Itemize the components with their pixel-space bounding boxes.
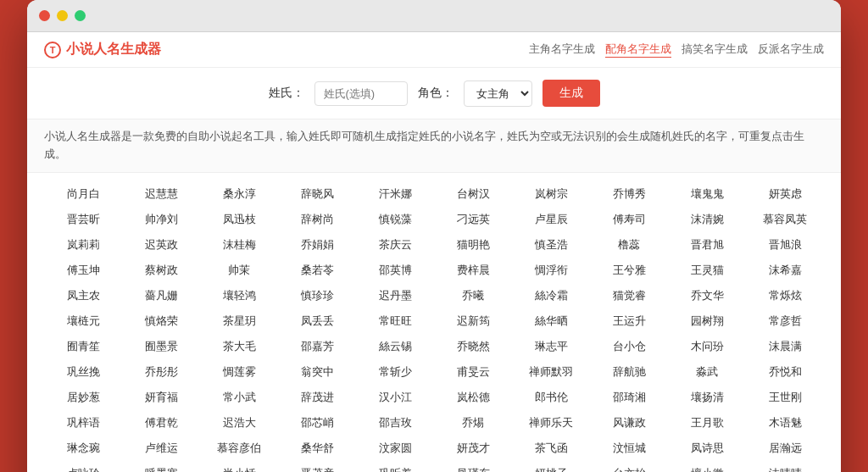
name-cell[interactable]: 迟新筠 [434, 308, 512, 334]
name-cell[interactable]: 慎烙荣 [122, 308, 200, 334]
name-cell[interactable]: 辞茂进 [278, 385, 356, 410]
name-cell[interactable]: 乔悦和 [746, 359, 824, 385]
name-cell[interactable]: 慕容彦伯 [200, 436, 278, 461]
name-cell[interactable]: 沫晨满 [746, 334, 824, 359]
name-cell[interactable]: 乔彤彤 [122, 359, 200, 385]
name-cell[interactable]: 邵英博 [356, 258, 434, 283]
name-cell[interactable]: 辞晓风 [278, 181, 356, 207]
name-cell[interactable]: 壤小微 [668, 461, 746, 472]
name-cell[interactable]: 囿青笙 [44, 334, 122, 359]
name-cell[interactable]: 王灵猫 [668, 258, 746, 283]
name-cell[interactable]: 木语魅 [746, 410, 824, 436]
name-cell[interactable]: 帅茉 [200, 258, 278, 283]
name-cell[interactable]: 惆浮衔 [512, 258, 590, 283]
name-cell[interactable]: 傅玉坤 [44, 258, 122, 283]
name-cell[interactable]: 岚莉莉 [44, 232, 122, 258]
name-cell[interactable]: 慎圣浩 [512, 232, 590, 258]
name-cell[interactable]: 琳志平 [512, 334, 590, 359]
name-cell[interactable]: 壤扬清 [668, 385, 746, 410]
name-cell[interactable]: 禅师默羽 [512, 359, 590, 385]
name-cell[interactable]: 帅净刘 [122, 207, 200, 232]
name-cell[interactable]: 台小仓 [590, 334, 668, 359]
nav-side-role[interactable]: 配角名字生成 [605, 42, 671, 58]
nav-villain-role[interactable]: 反派名字生成 [758, 42, 824, 58]
name-cell[interactable]: 橹蕊 [590, 232, 668, 258]
name-cell[interactable]: 乔文华 [668, 283, 746, 308]
name-cell[interactable]: 岚松德 [434, 385, 512, 410]
name-cell[interactable]: 费梓晨 [434, 258, 512, 283]
name-cell[interactable]: 絲华晒 [512, 308, 590, 334]
name-cell[interactable]: 迟浩大 [200, 410, 278, 436]
name-cell[interactable]: 辞树尚 [278, 207, 356, 232]
name-cell[interactable]: 呼墨寒 [122, 461, 200, 472]
name-cell[interactable]: 常斩少 [356, 359, 434, 385]
name-cell[interactable]: 岚树宗 [512, 181, 590, 207]
name-cell[interactable]: 尚月白 [44, 181, 122, 207]
name-cell[interactable]: 凤诗思 [668, 436, 746, 461]
name-cell[interactable]: 晋旭浪 [746, 232, 824, 258]
name-cell[interactable]: 邵芯峭 [278, 410, 356, 436]
name-cell[interactable]: 卢星辰 [512, 207, 590, 232]
name-cell[interactable]: 乔晓然 [434, 334, 512, 359]
name-cell[interactable]: 乔曦 [434, 283, 512, 308]
role-select[interactable]: 女主角 男主角 男配角 女配角 [464, 81, 532, 107]
name-cell[interactable]: 茶飞函 [512, 436, 590, 461]
nav-funny-role[interactable]: 搞笑名字生成 [682, 42, 748, 58]
generate-button[interactable]: 生成 [542, 80, 600, 107]
name-cell[interactable]: 常旺旺 [356, 308, 434, 334]
name-cell[interactable]: 沫桂梅 [200, 232, 278, 258]
name-cell[interactable]: 迟慧慧 [122, 181, 200, 207]
name-cell[interactable]: 沫希嘉 [746, 258, 824, 283]
name-cell[interactable]: 风谦政 [590, 410, 668, 436]
name-cell[interactable]: 王运升 [590, 308, 668, 334]
name-cell[interactable]: 桑华舒 [278, 436, 356, 461]
nav-main-role[interactable]: 主角名字生成 [529, 42, 595, 58]
name-cell[interactable]: 桑永淳 [200, 181, 278, 207]
name-cell[interactable]: 猫觉睿 [590, 283, 668, 308]
name-cell[interactable]: 茶大毛 [200, 334, 278, 359]
name-cell[interactable]: 翁突中 [278, 359, 356, 385]
name-cell[interactable]: 巩梓语 [44, 410, 122, 436]
name-cell[interactable]: 甫旻云 [434, 359, 512, 385]
name-cell[interactable]: 迟英政 [122, 232, 200, 258]
name-cell[interactable]: 桑若苓 [278, 258, 356, 283]
name-cell[interactable]: 沫清婉 [668, 207, 746, 232]
name-cell[interactable]: 禅师乐天 [512, 410, 590, 436]
name-cell[interactable]: 乔焬 [434, 410, 512, 436]
name-cell[interactable]: 妍英虑 [746, 181, 824, 207]
surname-input[interactable] [314, 81, 408, 106]
name-cell[interactable]: 汶家圆 [356, 436, 434, 461]
name-cell[interactable]: 壤梿元 [44, 308, 122, 334]
name-cell[interactable]: 乔博秀 [590, 181, 668, 207]
maximize-button[interactable] [75, 10, 86, 21]
name-cell[interactable]: 茶庆云 [356, 232, 434, 258]
name-cell[interactable]: 木问玢 [668, 334, 746, 359]
name-cell[interactable]: 巩昕着 [356, 461, 434, 472]
name-cell[interactable]: 慕容凤英 [746, 207, 824, 232]
name-cell[interactable]: 蔡树政 [122, 258, 200, 283]
name-cell[interactable]: 辞航驰 [590, 359, 668, 385]
name-cell[interactable]: 常小武 [200, 385, 278, 410]
name-cell[interactable]: 凤丢丢 [278, 308, 356, 334]
name-cell[interactable]: 慎锐藻 [356, 207, 434, 232]
name-cell[interactable]: 囿墨景 [122, 334, 200, 359]
name-cell[interactable]: 凤瑾东 [434, 461, 512, 472]
name-cell[interactable]: 壤鬼鬼 [668, 181, 746, 207]
name-cell[interactable]: 王兮雅 [590, 258, 668, 283]
name-cell[interactable]: 絲冷霜 [512, 283, 590, 308]
name-cell[interactable]: 晋茂彦 [278, 461, 356, 472]
name-cell[interactable]: 郎书伦 [512, 385, 590, 410]
name-cell[interactable]: 卢咏玲 [44, 461, 122, 472]
name-cell[interactable]: 淼武 [668, 359, 746, 385]
name-cell[interactable]: 尚小恬 [200, 461, 278, 472]
name-cell[interactable]: 傅君乾 [122, 410, 200, 436]
name-cell[interactable]: 卢维运 [122, 436, 200, 461]
name-cell[interactable]: 凤主农 [44, 283, 122, 308]
name-cell[interactable]: 猫明艳 [434, 232, 512, 258]
name-cell[interactable]: 台亦抬 [590, 461, 668, 472]
name-cell[interactable]: 常彦哲 [746, 308, 824, 334]
name-cell[interactable]: 迟丹墨 [356, 283, 434, 308]
name-cell[interactable]: 王月歌 [668, 410, 746, 436]
name-cell[interactable]: 汉小江 [356, 385, 434, 410]
name-cell[interactable]: 惆莲雾 [200, 359, 278, 385]
